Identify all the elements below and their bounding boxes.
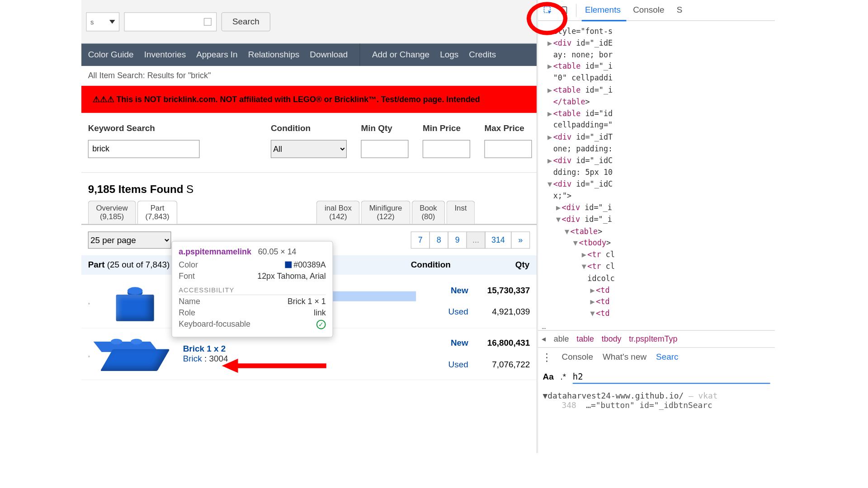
check-circle-icon: ✓ — [316, 320, 326, 329]
inspector-tooltip: a.pspitemnamelink 60.05 × 14 Color#00389… — [172, 241, 333, 337]
nav-credits[interactable]: Credits — [469, 50, 496, 60]
annotation-circle — [527, 2, 567, 35]
kebab-menu-icon[interactable]: ⋮ — [542, 351, 552, 363]
devtools-search-bar: Aa .* — [538, 366, 775, 387]
drawer-tabs: ⋮ Console What's new Searc — [538, 347, 775, 366]
page-7[interactable]: 7 — [411, 231, 430, 249]
nav-download[interactable]: Download — [310, 50, 348, 60]
maxprice-input[interactable] — [484, 140, 532, 158]
item-image[interactable]: , — [88, 335, 183, 373]
category-dropdown[interactable]: s — [86, 12, 120, 31]
qty-used: 7,076,722 — [468, 360, 530, 370]
warning-banner: ⚠⚠⚠ This is NOT bricklink.com. NOT affil… — [81, 86, 537, 113]
drawer-tab-whatsnew[interactable]: What's new — [603, 352, 646, 362]
top-search-input[interactable] — [124, 12, 217, 31]
color-swatch-icon — [285, 262, 292, 268]
regex-toggle[interactable]: .* — [560, 372, 566, 382]
devtools-pane: Elements Console S style="font-s▶<div id… — [538, 0, 775, 453]
keyword-label: Keyword Search — [88, 123, 200, 133]
dom-tree[interactable]: style="font-s▶<div id="_idEay: none; bor… — [538, 21, 775, 323]
dom-breadcrumb[interactable]: ◂ able table tbody tr.pspItemTyp — [538, 330, 775, 347]
devtools-search-input[interactable] — [573, 370, 770, 384]
tab-console[interactable]: Console — [629, 5, 668, 15]
keyword-input[interactable] — [88, 140, 200, 158]
item-image[interactable]: , — [88, 282, 183, 321]
drawer-tab-console[interactable]: Console — [562, 352, 593, 362]
webpage-pane: s Search Color Guide Inventories Appears… — [81, 0, 537, 453]
minprice-input[interactable] — [423, 140, 470, 158]
breadcrumb: All Item Search: Results for "brick" — [81, 66, 537, 86]
nav-inventories[interactable]: Inventories — [144, 50, 186, 60]
cond-new[interactable]: New — [416, 338, 468, 348]
nav-appears-in[interactable]: Appears In — [196, 50, 237, 60]
tab-elements[interactable]: Elements — [581, 5, 625, 15]
filter-bar: Keyword Search Condition All Min Qty Min… — [81, 113, 537, 173]
qty-new: 16,800,431 — [468, 338, 530, 348]
nav-separator — [360, 44, 360, 66]
search-button[interactable]: Search — [222, 12, 270, 31]
checkbox-icon[interactable] — [204, 18, 212, 25]
tab-minifigure[interactable]: Minifigure(122) — [361, 201, 410, 224]
tab-instructions[interactable]: Inst — [447, 201, 475, 224]
dom-more-indicator: … — [538, 323, 775, 330]
cond-used[interactable]: Used — [416, 307, 468, 317]
nav-color-guide[interactable]: Color Guide — [88, 50, 134, 60]
condition-select[interactable]: All — [271, 140, 347, 158]
pager: 7 8 9 ... 314 » — [411, 231, 530, 249]
devtools-tabs: Elements Console S — [538, 0, 775, 21]
tab-book[interactable]: Book(80) — [411, 201, 445, 224]
item-category-link[interactable]: Brick — [183, 354, 202, 363]
cond-new[interactable]: New — [416, 286, 468, 296]
drawer-tab-search[interactable]: Searc — [656, 352, 678, 362]
qty-new: 15,730,337 — [468, 286, 530, 296]
tooltip-dimensions: 60.05 × 14 — [258, 247, 297, 257]
tooltip-selector: a.pspitemnamelink — [179, 247, 251, 257]
tab-originalbox[interactable]: inal Box(142) — [316, 201, 359, 224]
type-tabs: Overview(9,185) Part(7,843) inal Box(142… — [81, 201, 537, 225]
results-count: 9,185 Items Found S — [81, 173, 537, 201]
maxprice-label: Max Price — [484, 123, 532, 133]
nav-add-change[interactable]: Add or Change — [372, 50, 429, 60]
nav-relationships[interactable]: Relationships — [248, 50, 299, 60]
search-results[interactable]: ▼dataharvest24-www.github.io/ — vkat 348… — [538, 387, 775, 414]
page-ellipsis: ... — [467, 231, 486, 249]
qty-used: 4,921,039 — [468, 307, 530, 317]
nav-logs[interactable]: Logs — [440, 50, 458, 60]
item-name-link[interactable]: Brick 1 x 2 — [183, 344, 416, 354]
tab-more[interactable]: S — [673, 5, 686, 15]
top-search-bar: s Search — [81, 0, 537, 44]
minprice-label: Min Price — [423, 123, 470, 133]
caret-down-icon — [109, 20, 115, 23]
page-8[interactable]: 8 — [429, 231, 448, 249]
page-9[interactable]: 9 — [448, 231, 467, 249]
page-314[interactable]: 314 — [485, 231, 512, 249]
minqty-label: Min Qty — [361, 123, 408, 133]
tab-overview[interactable]: Overview(9,185) — [88, 201, 136, 224]
condition-label: Condition — [271, 123, 347, 133]
annotation-arrow — [222, 359, 331, 372]
page-next[interactable]: » — [511, 231, 530, 249]
minqty-input[interactable] — [361, 140, 408, 158]
per-page-select[interactable]: 25 per page — [88, 231, 171, 249]
navbar: Color Guide Inventories Appears In Relat… — [81, 44, 537, 66]
cond-used[interactable]: Used — [416, 360, 468, 370]
case-toggle[interactable]: Aa — [543, 372, 554, 382]
tab-part[interactable]: Part(7,843) — [137, 201, 178, 224]
